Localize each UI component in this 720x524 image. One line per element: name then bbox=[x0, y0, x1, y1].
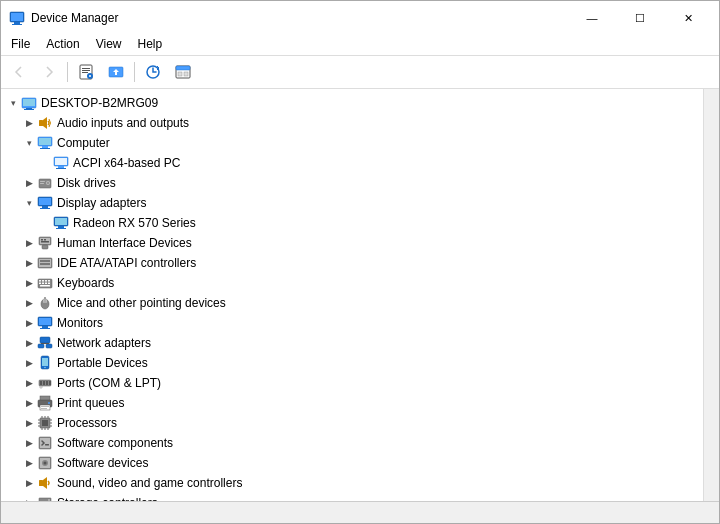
tree-item-ports[interactable]: ▶ Ports (COM & LPT) bbox=[1, 373, 703, 393]
svg-rect-69 bbox=[40, 337, 50, 343]
computer-expander[interactable]: ▾ bbox=[21, 135, 37, 151]
tree-item-mouse[interactable]: ▶ Mice and other pointing devices bbox=[1, 293, 703, 313]
tree-item-acpi[interactable]: ACPI x64-based PC bbox=[1, 153, 703, 173]
print-label: Print queues bbox=[57, 396, 124, 410]
svg-point-30 bbox=[47, 182, 49, 184]
ports-expander[interactable]: ▶ bbox=[21, 375, 37, 391]
tree-item-hid[interactable]: ▶ Human Interface Devices bbox=[1, 233, 703, 253]
svg-rect-82 bbox=[46, 381, 48, 385]
forward-button[interactable] bbox=[35, 59, 63, 85]
monitors-label: Monitors bbox=[57, 316, 103, 330]
svg-rect-39 bbox=[58, 226, 64, 228]
svg-point-89 bbox=[48, 402, 50, 404]
mouse-expander[interactable]: ▶ bbox=[21, 295, 37, 311]
tree-item-portable[interactable]: ▶ Portable Devices bbox=[1, 353, 703, 373]
svg-rect-40 bbox=[56, 228, 66, 229]
svg-rect-21 bbox=[39, 138, 51, 145]
hid-icon bbox=[37, 235, 53, 251]
mouse-label: Mice and other pointing devices bbox=[57, 296, 226, 310]
svg-rect-53 bbox=[42, 280, 44, 282]
tree-item-display[interactable]: ▾ Display adapters bbox=[1, 193, 703, 213]
update-driver-button[interactable] bbox=[102, 59, 130, 85]
device-manager-window: Device Manager — ☐ ✕ File Action View He… bbox=[0, 0, 720, 524]
close-button[interactable]: ✕ bbox=[665, 6, 711, 30]
audio-expander[interactable]: ▶ bbox=[21, 115, 37, 131]
menu-view[interactable]: View bbox=[90, 35, 128, 53]
tree-item-sound[interactable]: ▶ Sound, video and game controllers bbox=[1, 473, 703, 493]
tree-item-radeon[interactable]: Radeon RX 570 Series bbox=[1, 213, 703, 233]
network-icon bbox=[37, 335, 53, 351]
tree-item-processors[interactable]: ▶ bbox=[1, 413, 703, 433]
tree-item-sw-devices[interactable]: ▶ Software devices bbox=[1, 453, 703, 473]
properties-button[interactable] bbox=[72, 59, 100, 85]
svg-rect-31 bbox=[40, 181, 45, 182]
device-tree[interactable]: ▾ DESKTOP-B2MRG09 ▶ bbox=[1, 89, 703, 501]
svg-rect-66 bbox=[39, 318, 51, 325]
tree-item-computer[interactable]: ▾ Computer bbox=[1, 133, 703, 153]
svg-rect-83 bbox=[49, 381, 51, 385]
svg-rect-58 bbox=[45, 283, 47, 285]
disk-expander[interactable]: ▶ bbox=[21, 175, 37, 191]
scrollbar[interactable] bbox=[703, 89, 719, 501]
status-bar bbox=[1, 501, 719, 523]
window-title: Device Manager bbox=[31, 11, 118, 25]
radeon-label: Radeon RX 570 Series bbox=[73, 216, 196, 230]
root-label: DESKTOP-B2MRG09 bbox=[41, 96, 158, 110]
tree-item-network[interactable]: ▶ Network adapters bbox=[1, 333, 703, 353]
tree-item-print[interactable]: ▶ Print queues bbox=[1, 393, 703, 413]
tree-item-sw-components[interactable]: ▶ Software components bbox=[1, 433, 703, 453]
svg-rect-35 bbox=[42, 206, 48, 208]
monitors-expander[interactable]: ▶ bbox=[21, 315, 37, 331]
menu-action[interactable]: Action bbox=[40, 35, 85, 53]
back-button[interactable] bbox=[5, 59, 33, 85]
svg-rect-59 bbox=[48, 283, 50, 285]
tree-root[interactable]: ▾ DESKTOP-B2MRG09 bbox=[1, 93, 703, 113]
scan-hardware-button[interactable] bbox=[139, 59, 167, 85]
keyboard-expander[interactable]: ▶ bbox=[21, 275, 37, 291]
svg-rect-7 bbox=[82, 72, 88, 73]
network-expander[interactable]: ▶ bbox=[21, 335, 37, 351]
tree-item-keyboard[interactable]: ▶ Keyboards bbox=[1, 273, 703, 293]
maximize-button[interactable]: ☐ bbox=[617, 6, 663, 30]
sw-components-expander[interactable]: ▶ bbox=[21, 435, 37, 451]
root-icon bbox=[21, 95, 37, 111]
tree-item-monitors[interactable]: ▶ Monitors bbox=[1, 313, 703, 333]
minimize-button[interactable]: — bbox=[569, 6, 615, 30]
ide-expander[interactable]: ▶ bbox=[21, 255, 37, 271]
svg-rect-6 bbox=[82, 70, 90, 71]
svg-rect-5 bbox=[82, 68, 90, 69]
computer-icon bbox=[37, 135, 53, 151]
hid-expander[interactable]: ▶ bbox=[21, 235, 37, 251]
tree-item-audio[interactable]: ▶ Audio inputs and outputs bbox=[1, 113, 703, 133]
portable-expander[interactable]: ▶ bbox=[21, 355, 37, 371]
app-icon bbox=[9, 10, 25, 26]
display-expander[interactable]: ▾ bbox=[21, 195, 37, 211]
menu-file[interactable]: File bbox=[5, 35, 36, 53]
tree-item-storage[interactable]: ▶ Storage controllers bbox=[1, 493, 703, 501]
toolbar bbox=[1, 55, 719, 89]
title-bar-left: Device Manager bbox=[9, 10, 118, 26]
disk-icon bbox=[37, 175, 53, 191]
sound-icon bbox=[37, 475, 53, 491]
sw-components-label: Software components bbox=[57, 436, 173, 450]
root-expander[interactable]: ▾ bbox=[5, 95, 21, 111]
view-button[interactable] bbox=[169, 59, 197, 85]
tree-item-ide[interactable]: ▶ IDE ATA/ATAPI controllers bbox=[1, 253, 703, 273]
processors-expander[interactable]: ▶ bbox=[21, 415, 37, 431]
svg-rect-13 bbox=[178, 72, 182, 76]
print-icon bbox=[37, 395, 53, 411]
tree-item-disk[interactable]: ▶ Disk drives bbox=[1, 173, 703, 193]
svg-rect-57 bbox=[42, 283, 44, 285]
menu-bar: File Action View Help bbox=[1, 33, 719, 55]
portable-label: Portable Devices bbox=[57, 356, 148, 370]
menu-help[interactable]: Help bbox=[132, 35, 169, 53]
ide-label: IDE ATA/ATAPI controllers bbox=[57, 256, 196, 270]
acpi-icon bbox=[53, 155, 69, 171]
toolbar-separator-1 bbox=[67, 62, 68, 82]
svg-rect-88 bbox=[41, 408, 47, 409]
sw-devices-expander[interactable]: ▶ bbox=[21, 455, 37, 471]
sound-expander[interactable]: ▶ bbox=[21, 475, 37, 491]
svg-rect-32 bbox=[40, 183, 44, 184]
print-expander[interactable]: ▶ bbox=[21, 395, 37, 411]
network-label: Network adapters bbox=[57, 336, 151, 350]
